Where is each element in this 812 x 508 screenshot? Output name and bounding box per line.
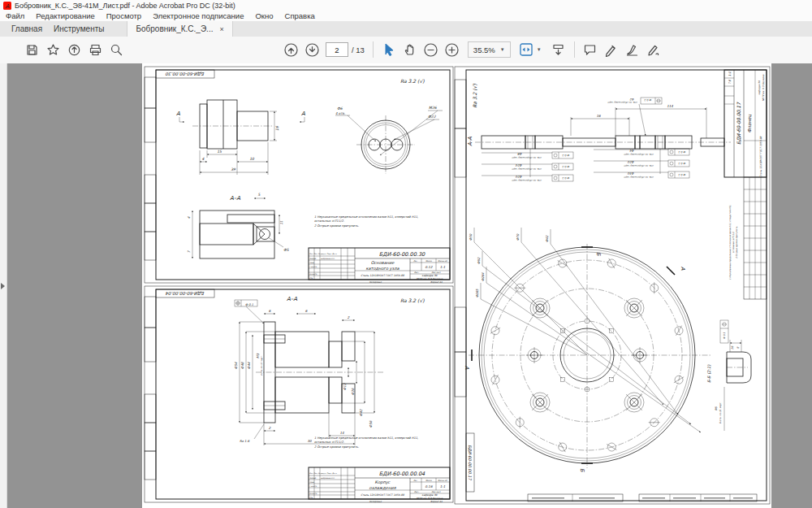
pdf-page: БДИ-60-00.00.30 Ra 3.2 (√) А А 15	[142, 63, 771, 508]
svg-text:Ф 0.1: Ф 0.1	[563, 176, 570, 180]
tb-sheet: Лист	[414, 271, 420, 274]
menu-view[interactable]: Просмотр	[101, 11, 147, 20]
next-page-button[interactable]	[301, 39, 322, 60]
page-number-input[interactable]: 2	[326, 42, 348, 57]
tb-row: Разраб.	[309, 477, 317, 480]
star-favorites-button[interactable]	[42, 39, 63, 60]
close-tab-icon[interactable]: ×	[219, 25, 223, 33]
dim-label: Ф48	[240, 362, 244, 369]
dim-label: Ф54	[234, 362, 238, 369]
sheet2-title-block: БДИ-60-00.00.04 Корпус охлаждения Сталь …	[309, 467, 450, 503]
tb-mass: 0.12	[425, 265, 433, 269]
print-button[interactable]	[84, 39, 106, 60]
hand-tool-button[interactable]	[400, 39, 421, 60]
previous-page-button[interactable]	[280, 39, 301, 60]
menu-bar: Файл Редактирование Просмотр Электронное…	[0, 11, 812, 21]
section-title: А–А	[287, 296, 297, 302]
callout-row: отв. по сборочному черт. Ф4	[624, 149, 654, 156]
sheet1-section-view: А–А 5 4 7 11 Ф5	[187, 193, 290, 258]
dim-label: 114	[667, 104, 673, 108]
svg-text:Ф20: Ф20	[628, 160, 634, 163]
ra-mark: Ra 3.2 (√)	[472, 84, 477, 108]
sheet1-notes: 1 Неуказанные предельные отклонения вало…	[314, 215, 418, 228]
search-icon[interactable]	[106, 39, 127, 60]
acrobat-logo-icon: A	[3, 2, 11, 10]
tb-code: БДИ-60-00.00.04	[379, 471, 425, 477]
sheet1-side-view: А А 15 4 10 39 16	[176, 100, 305, 175]
zoom-out-button[interactable]	[421, 39, 442, 60]
sheet3-detail-view: Б-Б (2:1) Ф 0.1 16 8 Ф6 6 отв. по сб. че…	[706, 320, 751, 431]
tb-lit: Лит.	[413, 260, 418, 263]
svg-text:отв. по сборочному черт.: отв. по сборочному черт.	[512, 179, 542, 182]
dim-label: 8	[736, 346, 740, 349]
page-scrolling-button[interactable]	[548, 39, 569, 60]
svg-text:отв. по сборочному черт.: отв. по сборочному черт.	[624, 153, 654, 156]
toolbar-divider	[574, 41, 575, 58]
svg-text:Ф 0.1: Ф 0.1	[679, 162, 686, 165]
document-canvas[interactable]: БДИ-60-00.00.30 Ra 3.2 (√) А А 15	[0, 63, 812, 508]
sign-button[interactable]	[622, 39, 643, 60]
svg-text:отв. по сборочному черт.: отв. по сборочному черт.	[512, 156, 542, 159]
svg-text:Ф30: Ф30	[628, 172, 634, 175]
svg-text:отв. по сборочному черт.: отв. по сборочному черт.	[607, 101, 637, 104]
corner-code: БДИ-60-00.00.30	[166, 72, 205, 76]
tb-org2: МГТУ им. Н.Э.Баумана	[417, 277, 443, 280]
tab-document[interactable]: Бобровник_К.С._Э... ×	[127, 21, 232, 37]
tb-code: БДИ-60-00.00.17	[736, 102, 741, 145]
fit-width-button[interactable]	[516, 39, 537, 60]
svg-text:отв. по сборочному черт.: отв. по сборочному черт.	[624, 164, 654, 167]
detail-note2: 6 отв. по сб. черт.	[719, 402, 722, 424]
dim-label: 14	[339, 431, 344, 435]
menu-esign[interactable]: Электронное подписание	[147, 11, 249, 20]
tab-home[interactable]: Главная	[0, 21, 54, 37]
tb-material: Сталь 12Х18Н10Т ГОСТ 1050-88	[361, 274, 405, 277]
tb-mass-h: Масса	[425, 260, 432, 263]
tb-org2: МГТУ им. Н.Э.Баумана	[762, 74, 765, 101]
share-upload-button[interactable]	[63, 39, 84, 60]
section-title: А-А	[467, 137, 473, 146]
callout-label: 4 отв.	[335, 111, 345, 115]
svg-text:1 Неуказанные предельные откло: 1 Неуказанные предельные отклонения вало…	[314, 436, 418, 440]
svg-text:Ф264: Ф264	[481, 272, 485, 281]
page-total-label: / 13	[352, 46, 365, 54]
menu-help[interactable]: Справка	[279, 11, 321, 20]
zoom-in-button[interactable]	[442, 39, 463, 60]
svg-text:1 Неуказанные предельные откло: 1 Неуказанные предельные отклонения вало…	[729, 205, 732, 280]
svg-text:A: A	[6, 3, 10, 10]
menu-edit[interactable]: Редактирование	[30, 11, 100, 20]
sheet1-title-block: БДИ-60-00.00.30 Основание катодного узла…	[309, 248, 450, 284]
corner-code: БДИ-60-00.00.04	[166, 291, 205, 296]
tab-tools[interactable]: Инструменты	[54, 21, 115, 37]
dim-label: 16	[275, 125, 279, 131]
section-marks: Б Б А А	[464, 247, 686, 472]
svg-text:Ф 0.1: Ф 0.1	[679, 173, 686, 176]
detail-title: Б-Б (2:1)	[706, 364, 711, 383]
dim-label: 10	[249, 157, 255, 161]
sheet3: БДИ-60-00.00.17 Ra 3.2 (√) А-А	[455, 67, 770, 504]
select-tool-button[interactable]	[378, 39, 400, 60]
tb-row: Н.контр.	[309, 273, 317, 276]
svg-text:отв. по сборочному черт.: отв. по сборочному черт.	[624, 176, 654, 179]
menu-file[interactable]: Файл	[0, 11, 30, 20]
tb-mass: 7.6	[728, 79, 732, 84]
svg-text:Ф 0.1: Ф 0.1	[723, 332, 726, 339]
zoom-level-value: 35.5%	[473, 46, 495, 54]
highlight-button[interactable]	[601, 39, 622, 60]
expand-nav-pane-icon[interactable]	[1, 283, 5, 289]
zoom-level-dropdown[interactable]: 35.5% ▼	[468, 41, 511, 58]
sheet3-notes: 1 Неуказанные предельные отклонения вало…	[729, 205, 738, 280]
dim-label: Ф5	[283, 248, 290, 252]
svg-text:Ф 0.1: Ф 0.1	[645, 98, 652, 102]
fill-sign-button[interactable]	[643, 39, 664, 60]
svg-text:2 Острые кромки притупить.: 2 Острые кромки притупить.	[314, 445, 359, 449]
tb-org: кафедра Э8	[758, 80, 761, 95]
tb-row: Т.контр.	[309, 266, 317, 268]
fit-options-chevron-icon[interactable]: ▼	[537, 47, 542, 52]
menu-window[interactable]: Окно	[249, 11, 279, 20]
save-button[interactable]	[21, 39, 42, 60]
comment-button[interactable]	[580, 39, 601, 60]
dim-label: 4	[202, 157, 205, 161]
toolbar-center-group: 2 / 13 35.5% ▼ ▼	[280, 37, 664, 63]
sheet1: БДИ-60-00.00.30 Ra 3.2 (√) А А 15	[145, 67, 453, 284]
tb-row: Т.контр.	[309, 485, 317, 488]
